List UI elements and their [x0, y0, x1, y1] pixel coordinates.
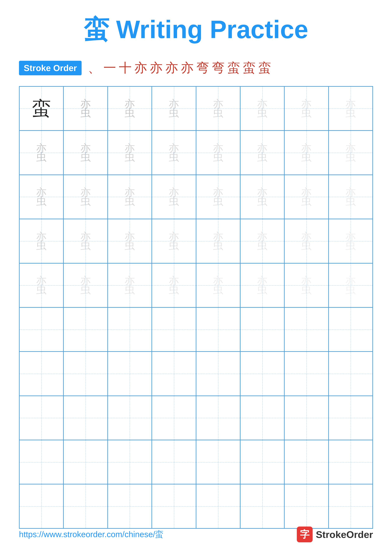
grid-cell[interactable]: 亦 虫 [328, 175, 373, 219]
grid-cell[interactable]: 亦 虫 [64, 131, 107, 175]
grid-cell[interactable]: 亦 虫 [19, 175, 64, 219]
grid-cell[interactable]: 亦 虫 [64, 263, 107, 307]
grid-cell[interactable]: 亦 虫 [196, 219, 240, 263]
grid-cell-empty[interactable] [240, 351, 284, 396]
grid-cell[interactable]: 蛮 [19, 86, 64, 131]
grid-cell[interactable]: 亦 虫 [19, 131, 64, 175]
practice-char: 亦 虫 [125, 188, 135, 206]
grid-cell-empty[interactable] [19, 307, 64, 351]
grid-cell-empty[interactable] [64, 396, 107, 440]
grid-cell-empty[interactable] [64, 307, 107, 351]
grid-cell[interactable]: 亦 虫 [108, 86, 152, 131]
grid-cell-empty[interactable] [196, 351, 240, 396]
stroke-5: 亦 [150, 59, 163, 77]
grid-cell-empty[interactable] [152, 396, 196, 440]
grid-cell-empty[interactable] [19, 396, 64, 440]
grid-cell-empty[interactable] [152, 351, 196, 396]
grid-cell[interactable]: 亦 虫 [196, 86, 240, 131]
grid-cell[interactable]: 亦 虫 [152, 175, 196, 219]
practice-char: 亦 虫 [36, 232, 46, 250]
grid-cell[interactable]: 亦 虫 [284, 175, 328, 219]
stroke-12: 蛮 [258, 59, 271, 77]
grid-cell[interactable]: 亦 虫 [284, 219, 328, 263]
grid-cell-empty[interactable] [108, 307, 152, 351]
grid-cell-empty[interactable] [64, 351, 107, 396]
grid-cell-empty[interactable] [284, 307, 328, 351]
practice-char: 亦 虫 [346, 100, 356, 117]
grid-cell-empty[interactable] [196, 396, 240, 440]
grid-cell[interactable]: 亦 虫 [108, 219, 152, 263]
grid-cell[interactable]: 亦 虫 [19, 219, 64, 263]
grid-cell[interactable]: 亦 虫 [19, 263, 64, 307]
grid-cell-empty[interactable] [19, 440, 64, 484]
grid-cell-empty[interactable] [328, 396, 373, 440]
grid-cell-empty[interactable] [108, 396, 152, 440]
grid-cell-empty[interactable] [108, 440, 152, 484]
grid-cell-empty[interactable] [196, 484, 240, 528]
grid-cell-empty[interactable] [328, 484, 373, 528]
grid-cell[interactable]: 亦 虫 [328, 131, 373, 175]
grid-cell[interactable]: 亦 虫 [240, 263, 284, 307]
practice-char: 亦 虫 [213, 277, 223, 294]
grid-cell[interactable]: 亦 虫 [152, 263, 196, 307]
grid-cell-empty[interactable] [240, 396, 284, 440]
grid-cell[interactable]: 亦 虫 [152, 219, 196, 263]
grid-cell[interactable]: 亦 虫 [152, 131, 196, 175]
footer: https://www.strokeorder.com/chinese/蛮 字 … [19, 526, 373, 542]
practice-char: 亦 虫 [301, 232, 312, 250]
grid-cell[interactable]: 亦 虫 [152, 86, 196, 131]
grid-cell-empty[interactable] [152, 484, 196, 528]
grid-cell[interactable]: 亦 虫 [196, 263, 240, 307]
grid-cell-empty[interactable] [152, 440, 196, 484]
grid-cell-empty[interactable] [284, 396, 328, 440]
grid-cell-empty[interactable] [284, 440, 328, 484]
footer-logo: 字 [297, 526, 313, 542]
grid-cell[interactable]: 亦 虫 [284, 86, 328, 131]
grid-cell[interactable]: 亦 虫 [64, 86, 107, 131]
grid-cell-empty[interactable] [240, 484, 284, 528]
grid-cell[interactable]: 亦 虫 [328, 263, 373, 307]
grid-cell-empty[interactable] [328, 307, 373, 351]
grid-cell[interactable]: 亦 虫 [284, 263, 328, 307]
footer-url[interactable]: https://www.strokeorder.com/chinese/蛮 [19, 529, 163, 540]
grid-cell[interactable]: 亦 虫 [328, 86, 373, 131]
grid-cell-empty[interactable] [152, 307, 196, 351]
grid-cell-empty[interactable] [196, 440, 240, 484]
grid-cell-empty[interactable] [108, 484, 152, 528]
grid-cell-empty[interactable] [19, 351, 64, 396]
grid-cell[interactable]: 亦 虫 [64, 219, 107, 263]
grid-cell-empty[interactable] [64, 484, 107, 528]
practice-char: 亦 虫 [257, 144, 267, 161]
grid-cell-empty[interactable] [284, 351, 328, 396]
practice-char: 亦 虫 [213, 100, 223, 117]
grid-cell[interactable]: 亦 虫 [240, 175, 284, 219]
grid-cell-empty[interactable] [240, 307, 284, 351]
grid-cell[interactable]: 亦 虫 [196, 175, 240, 219]
grid-cell-empty[interactable] [108, 351, 152, 396]
grid-cell-empty[interactable] [328, 440, 373, 484]
grid-cell[interactable]: 亦 虫 [64, 175, 107, 219]
grid-cell[interactable]: 亦 虫 [108, 131, 152, 175]
grid-cell-empty[interactable] [196, 307, 240, 351]
grid-cell-empty[interactable] [328, 351, 373, 396]
grid-cell[interactable]: 亦 虫 [196, 131, 240, 175]
grid-cell-empty[interactable] [64, 440, 107, 484]
grid-cell[interactable]: 亦 虫 [240, 219, 284, 263]
practice-char: 亦 虫 [301, 277, 312, 294]
stroke-6: 亦 [165, 59, 178, 77]
grid-cell-empty[interactable] [19, 484, 64, 528]
grid-cell-empty[interactable] [284, 484, 328, 528]
practice-char: 亦 虫 [36, 277, 46, 294]
stroke-order-badge: Stroke Order [19, 61, 82, 75]
practice-char: 亦 虫 [80, 188, 91, 206]
practice-char: 亦 虫 [257, 100, 267, 117]
grid-cell[interactable]: 亦 虫 [108, 263, 152, 307]
stroke-11: 蛮 [243, 59, 256, 77]
grid-cell[interactable]: 亦 虫 [328, 219, 373, 263]
practice-char: 亦 虫 [346, 144, 356, 161]
grid-cell[interactable]: 亦 虫 [108, 175, 152, 219]
grid-cell[interactable]: 亦 虫 [240, 86, 284, 131]
grid-cell[interactable]: 亦 虫 [284, 131, 328, 175]
grid-cell-empty[interactable] [240, 440, 284, 484]
grid-cell[interactable]: 亦 虫 [240, 131, 284, 175]
